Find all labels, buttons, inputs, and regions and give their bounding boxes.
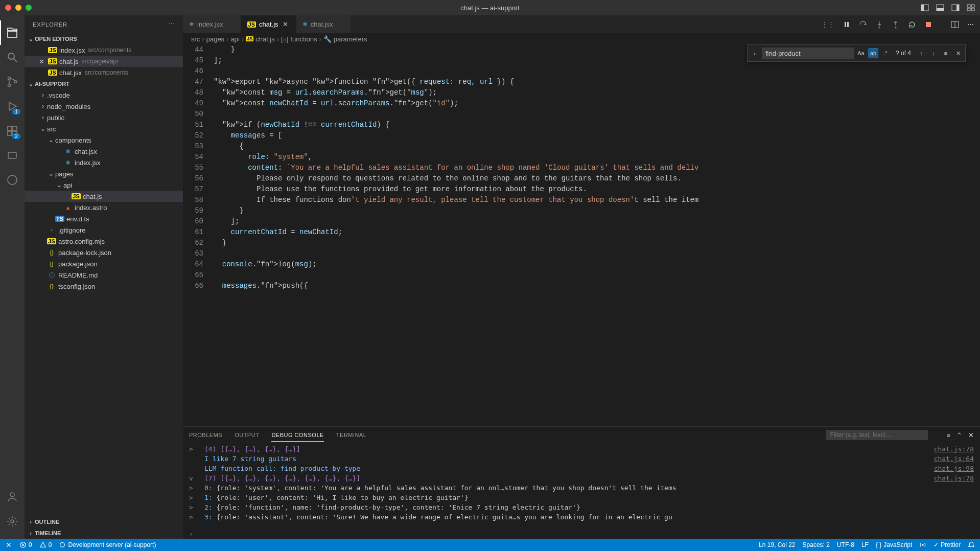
code-content[interactable]: }];"kw">export "kw">async "kw">function …: [214, 44, 980, 426]
status-encoding[interactable]: UTF-8: [837, 541, 854, 548]
console-line[interactable]: >(4) [{…}, {…}, {…}, {…}]chat.js:78: [189, 444, 974, 454]
panel-maximize-icon[interactable]: ⌃: [956, 431, 962, 439]
window-minimize-button[interactable]: [15, 5, 21, 11]
panel-tab-debug-console[interactable]: DEBUG CONSOLE: [271, 429, 323, 442]
folder-item[interactable]: ⌄components: [25, 134, 183, 146]
file-item[interactable]: ⚛chat.jsx: [25, 146, 183, 157]
file-item[interactable]: JSchat.js: [25, 191, 183, 202]
file-item[interactable]: ▲index.astro: [25, 202, 183, 213]
panel-close-icon[interactable]: ✕: [968, 431, 974, 439]
console-prompt[interactable]: ›: [183, 529, 980, 539]
status-warnings[interactable]: 0: [39, 541, 52, 548]
breadcrumb-item[interactable]: src: [191, 35, 200, 43]
file-tree[interactable]: ›.vscode›node_modules›public⌄src⌄compone…: [25, 89, 183, 516]
activity-search[interactable]: [0, 45, 25, 70]
file-item[interactable]: ⓘREADME.md: [25, 269, 183, 281]
folder-item[interactable]: ›node_modules: [25, 101, 183, 112]
activity-explorer[interactable]: [0, 20, 25, 45]
step-out-icon[interactable]: [892, 20, 900, 29]
open-editor-item[interactable]: JSindex.jsxsrc/components: [25, 44, 183, 56]
more-actions-icon[interactable]: ⋯: [967, 20, 974, 29]
console-line[interactable]: v(7) [{…}, {…}, {…}, {…}, {…}, {…}, {…}]…: [189, 473, 974, 483]
toggle-panel-icon[interactable]: [936, 4, 944, 12]
status-language[interactable]: { } JavaScript: [876, 541, 912, 548]
find-toggle-replace-icon[interactable]: ›: [750, 45, 760, 61]
console-line[interactable]: >3: {role: 'assistant', content: 'Sure! …: [189, 512, 974, 522]
customize-layout-icon[interactable]: [967, 4, 975, 12]
toggle-secondary-sidebar-icon[interactable]: [951, 4, 960, 12]
console-line[interactable]: >2: {role: 'function', name: 'find-produ…: [189, 502, 974, 512]
console-line[interactable]: >0: {role: 'system', content: 'You are a…: [189, 483, 974, 493]
file-item[interactable]: {}tsconfig.json: [25, 281, 183, 292]
find-selection-icon[interactable]: ≡: [941, 48, 951, 58]
status-dev-server[interactable]: Development server (ai-support): [59, 541, 156, 548]
panel-filter-input[interactable]: [826, 430, 928, 440]
stop-icon[interactable]: [924, 20, 932, 29]
folder-item[interactable]: ⌄api: [25, 179, 183, 191]
breadcrumb-item[interactable]: functions: [290, 35, 317, 43]
timeline-header[interactable]: › TIMELINE: [25, 527, 183, 539]
status-remote[interactable]: [5, 541, 12, 548]
folder-item[interactable]: ›.vscode: [25, 89, 183, 101]
folder-item[interactable]: ⌄pages: [25, 168, 183, 179]
folder-item[interactable]: ⌄src: [25, 123, 183, 134]
console-line[interactable]: >1: {role: 'user', content: 'Hi, I like …: [189, 493, 974, 502]
breadcrumb-item[interactable]: pages: [206, 35, 224, 43]
match-whole-word-icon[interactable]: ab: [868, 48, 878, 58]
drag-handle-icon[interactable]: ⋮⋮: [821, 20, 834, 29]
regex-icon[interactable]: .*: [880, 48, 891, 58]
breadcrumb-item[interactable]: api: [230, 35, 239, 43]
project-header[interactable]: ⌄ AI-SUPPORT: [25, 78, 183, 89]
find-prev-icon[interactable]: ↑: [916, 48, 926, 58]
panel-tab-output[interactable]: OUTPUT: [235, 429, 259, 441]
match-case-icon[interactable]: Aa: [856, 48, 866, 58]
activity-debug[interactable]: 1: [0, 94, 25, 119]
panel-tab-terminal[interactable]: TERMINAL: [336, 429, 367, 441]
editor-tab[interactable]: ⚛chat.jsx: [296, 15, 351, 33]
breadcrumbs[interactable]: src› pages› api› JS chat.js› [◇] functio…: [183, 33, 980, 44]
file-item[interactable]: ⚛index.jsx: [25, 157, 183, 168]
status-cursor[interactable]: Ln 19, Col 22: [759, 541, 795, 548]
file-item[interactable]: ◦.gitignore: [25, 224, 183, 236]
panel-settings-icon[interactable]: ≡: [946, 431, 950, 439]
open-editor-item[interactable]: JSchat.jsxsrc/components: [25, 67, 183, 78]
editor[interactable]: › Aa ab .* ? of 4 ↑ ↓ ≡ ✕ 44454647484950…: [183, 44, 980, 426]
source-link[interactable]: chat.js:78: [934, 473, 974, 483]
source-link[interactable]: chat.js:78: [934, 444, 974, 454]
close-icon[interactable]: ✕: [282, 20, 290, 28]
console-line[interactable]: I like 7 string guitarschat.js:64: [189, 454, 974, 464]
window-maximize-button[interactable]: [26, 5, 32, 11]
status-eol[interactable]: LF: [861, 541, 869, 548]
activity-settings[interactable]: [0, 509, 25, 534]
source-link[interactable]: chat.js:64: [934, 454, 974, 464]
outline-header[interactable]: › OUTLINE: [25, 516, 183, 527]
close-icon[interactable]: ✕: [39, 58, 47, 65]
status-prettier[interactable]: ✓Prettier: [934, 541, 961, 548]
folder-item[interactable]: ›public: [25, 112, 183, 123]
console-line[interactable]: LLM function call: find-product-by-typec…: [189, 464, 974, 473]
panel-tab-problems[interactable]: PROBLEMS: [189, 429, 222, 441]
open-editors-header[interactable]: ⌄ OPEN EDITORS: [25, 33, 183, 44]
file-item[interactable]: JSastro.config.mjs: [25, 236, 183, 247]
editor-tab[interactable]: JSchat.js✕: [241, 15, 296, 33]
step-over-icon[interactable]: [859, 20, 867, 29]
activity-extensions[interactable]: 2: [0, 119, 25, 143]
editor-tab[interactable]: ⚛index.jsx: [183, 15, 241, 33]
activity-source-control[interactable]: [0, 70, 25, 94]
open-editor-item[interactable]: ✕JSchat.jssrc/pages/api: [25, 56, 183, 67]
status-spaces[interactable]: Spaces: 2: [803, 541, 830, 548]
restart-icon[interactable]: [908, 20, 916, 29]
file-item[interactable]: TSenv.d.ts: [25, 213, 183, 224]
file-item[interactable]: {}package.json: [25, 258, 183, 269]
split-editor-icon[interactable]: [951, 20, 959, 29]
source-link[interactable]: chat.js:98: [934, 464, 974, 473]
window-close-button[interactable]: [5, 5, 11, 11]
activity-accounts[interactable]: [0, 485, 25, 509]
file-item[interactable]: {}package-lock.json: [25, 247, 183, 258]
find-next-icon[interactable]: ↓: [928, 48, 939, 58]
pause-icon[interactable]: [843, 20, 851, 29]
activity-edge[interactable]: [0, 168, 25, 192]
status-bell-icon[interactable]: [968, 541, 975, 548]
activity-remote[interactable]: [0, 143, 25, 168]
toggle-primary-sidebar-icon[interactable]: [921, 4, 929, 12]
